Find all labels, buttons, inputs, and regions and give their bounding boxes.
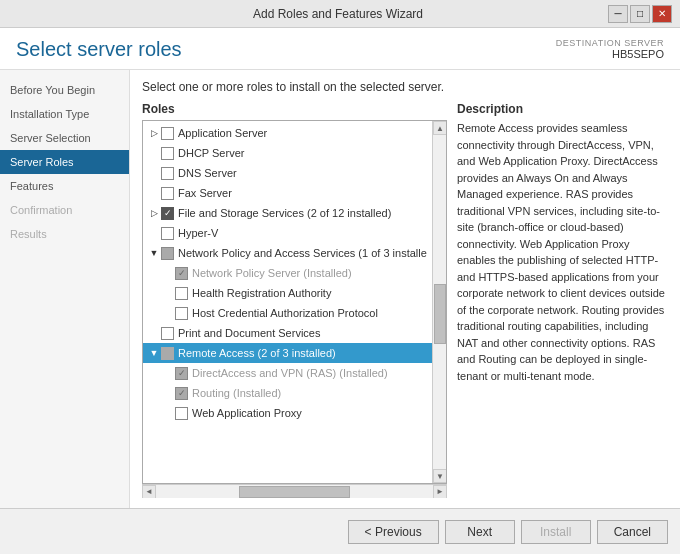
previous-button[interactable]: < Previous bbox=[348, 520, 439, 544]
role-checkbox[interactable] bbox=[175, 307, 188, 320]
page-title: Select server roles bbox=[16, 38, 182, 61]
role-label: Network Policy and Access Services (1 of… bbox=[178, 247, 427, 259]
list-item[interactable]: ▷ Host Credential Authorization Protocol bbox=[157, 303, 432, 323]
role-label: Network Policy Server (Installed) bbox=[192, 267, 352, 279]
role-label: DHCP Server bbox=[178, 147, 244, 159]
role-label: Web Application Proxy bbox=[192, 407, 302, 419]
role-checkbox: ✓ bbox=[175, 387, 188, 400]
list-item[interactable]: ▷ Web Application Proxy bbox=[157, 403, 432, 423]
role-checkbox[interactable] bbox=[175, 407, 188, 420]
list-item[interactable]: ▷ Application Server bbox=[143, 123, 432, 143]
roles-label: Roles bbox=[142, 102, 447, 116]
sidebar-item-installation-type[interactable]: Installation Type bbox=[0, 102, 129, 126]
destination-server: DESTINATION SERVER HB5SEPO bbox=[556, 38, 664, 60]
role-checkbox[interactable] bbox=[161, 247, 174, 260]
role-checkbox[interactable] bbox=[161, 187, 174, 200]
sidebar-item-server-roles[interactable]: Server Roles bbox=[0, 150, 129, 174]
role-checkbox[interactable] bbox=[175, 287, 188, 300]
sidebar-item-features[interactable]: Features bbox=[0, 174, 129, 198]
role-label: DNS Server bbox=[178, 167, 237, 179]
window-controls: ─ □ ✕ bbox=[608, 5, 672, 23]
list-item[interactable]: ▷ ✓ Routing (Installed) bbox=[157, 383, 432, 403]
minimize-button[interactable]: ─ bbox=[608, 5, 628, 23]
cancel-button[interactable]: Cancel bbox=[597, 520, 668, 544]
role-label: Host Credential Authorization Protocol bbox=[192, 307, 378, 319]
vertical-scrollbar[interactable]: ▲ ▼ bbox=[432, 121, 446, 483]
role-label: Print and Document Services bbox=[178, 327, 320, 339]
title-bar: Add Roles and Features Wizard ─ □ ✕ bbox=[0, 0, 680, 28]
description-label: Description bbox=[457, 102, 668, 116]
sidebar-item-confirmation: Confirmation bbox=[0, 198, 129, 222]
role-label: Routing (Installed) bbox=[192, 387, 281, 399]
h-scroll-track bbox=[156, 486, 433, 498]
list-item[interactable]: ▷ DNS Server bbox=[143, 163, 432, 183]
role-checkbox[interactable] bbox=[161, 327, 174, 340]
main-panel: Select one or more roles to install on t… bbox=[130, 70, 680, 508]
role-label: File and Storage Services (2 of 12 insta… bbox=[178, 207, 391, 219]
list-item[interactable]: ▷ DHCP Server bbox=[143, 143, 432, 163]
role-checkbox: ✓ bbox=[175, 367, 188, 380]
role-label: DirectAccess and VPN (RAS) (Installed) bbox=[192, 367, 388, 379]
maximize-button[interactable]: □ bbox=[630, 5, 650, 23]
expand-icon[interactable]: ▷ bbox=[147, 126, 161, 140]
list-item[interactable]: ▷ Hyper-V bbox=[143, 223, 432, 243]
next-button[interactable]: Next bbox=[445, 520, 515, 544]
wizard-header: Select server roles DESTINATION SERVER H… bbox=[0, 28, 680, 70]
wizard-content: Before You Begin Installation Type Serve… bbox=[0, 70, 680, 508]
install-button: Install bbox=[521, 520, 591, 544]
sidebar-item-results: Results bbox=[0, 222, 129, 246]
scroll-right-arrow[interactable]: ► bbox=[433, 485, 447, 499]
roles-list-container: ▷ Application Server ▷ DHCP Server bbox=[142, 120, 447, 484]
role-checkbox[interactable] bbox=[161, 147, 174, 160]
h-scroll-thumb[interactable] bbox=[239, 486, 350, 498]
instruction-text: Select one or more roles to install on t… bbox=[142, 80, 668, 94]
roles-list[interactable]: ▷ Application Server ▷ DHCP Server bbox=[143, 121, 446, 483]
list-item-remote-access[interactable]: ▼ Remote Access (2 of 3 installed) bbox=[143, 343, 432, 363]
role-checkbox[interactable] bbox=[161, 347, 174, 360]
destination-label: DESTINATION SERVER bbox=[556, 38, 664, 48]
list-item[interactable]: ▷ Print and Document Services bbox=[143, 323, 432, 343]
role-label: Fax Server bbox=[178, 187, 232, 199]
sidebar-item-server-selection[interactable]: Server Selection bbox=[0, 126, 129, 150]
list-item[interactable]: ▷ ✓ Network Policy Server (Installed) bbox=[157, 263, 432, 283]
expand-icon[interactable]: ▷ bbox=[147, 206, 161, 220]
scroll-down-arrow[interactable]: ▼ bbox=[433, 469, 447, 483]
role-label: Application Server bbox=[178, 127, 267, 139]
list-item[interactable]: ▷ Fax Server bbox=[143, 183, 432, 203]
list-item[interactable]: ▷ ✓ DirectAccess and VPN (RAS) (Installe… bbox=[157, 363, 432, 383]
content-area: Roles ▷ Application Server ▷ bbox=[142, 102, 668, 498]
scroll-thumb[interactable] bbox=[434, 284, 446, 344]
role-label: Remote Access (2 of 3 installed) bbox=[178, 347, 336, 359]
list-item[interactable]: ▷ ✓ File and Storage Services (2 of 12 i… bbox=[143, 203, 432, 223]
close-button[interactable]: ✕ bbox=[652, 5, 672, 23]
role-checkbox[interactable]: ✓ bbox=[161, 207, 174, 220]
role-checkbox[interactable] bbox=[161, 127, 174, 140]
scroll-up-arrow[interactable]: ▲ bbox=[433, 121, 447, 135]
sidebar: Before You Begin Installation Type Serve… bbox=[0, 70, 130, 508]
wizard-footer: < Previous Next Install Cancel bbox=[0, 508, 680, 554]
list-item[interactable]: ▼ Network Policy and Access Services (1 … bbox=[143, 243, 432, 263]
sidebar-item-before-you-begin[interactable]: Before You Begin bbox=[0, 78, 129, 102]
destination-name: HB5SEPO bbox=[556, 48, 664, 60]
horizontal-scrollbar[interactable]: ◄ ► bbox=[142, 484, 447, 498]
expand-icon[interactable]: ▼ bbox=[147, 246, 161, 260]
role-checkbox: ✓ bbox=[175, 267, 188, 280]
roles-section: Roles ▷ Application Server ▷ bbox=[142, 102, 447, 498]
role-label: Health Registration Authority bbox=[192, 287, 331, 299]
expand-icon[interactable]: ▼ bbox=[147, 346, 161, 360]
list-item[interactable]: ▷ Health Registration Authority bbox=[157, 283, 432, 303]
role-checkbox[interactable] bbox=[161, 227, 174, 240]
wizard-body: Select server roles DESTINATION SERVER H… bbox=[0, 28, 680, 554]
role-checkbox[interactable] bbox=[161, 167, 174, 180]
role-label: Hyper-V bbox=[178, 227, 218, 239]
description-section: Description Remote Access provides seaml… bbox=[457, 102, 668, 498]
description-text: Remote Access provides seamless connecti… bbox=[457, 120, 668, 384]
title-bar-title: Add Roles and Features Wizard bbox=[68, 7, 608, 21]
scroll-left-arrow[interactable]: ◄ bbox=[142, 485, 156, 499]
